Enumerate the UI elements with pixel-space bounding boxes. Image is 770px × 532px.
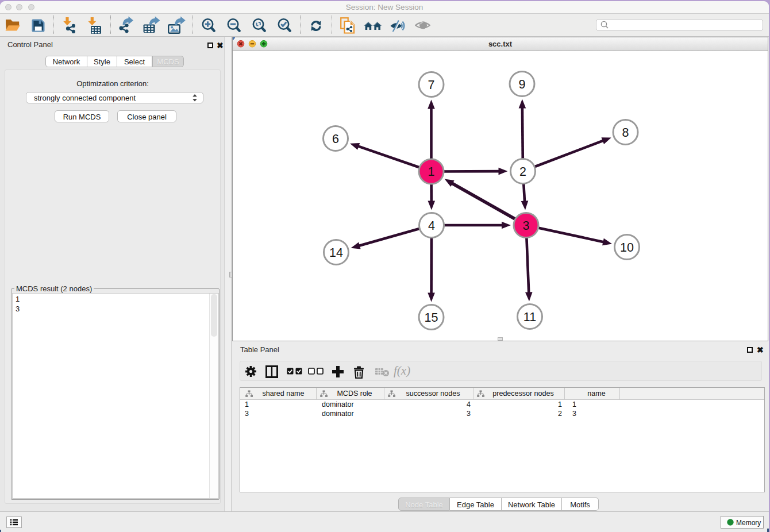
svg-text:15: 15 [425,311,438,325]
svg-text:7: 7 [428,78,435,92]
svg-text:6: 6 [332,132,339,146]
svg-text:4: 4 [428,219,435,233]
svg-text:10: 10 [620,241,634,255]
svg-text:3: 3 [523,219,530,233]
svg-text:11: 11 [523,310,536,324]
svg-text:2: 2 [519,165,526,179]
svg-text:14: 14 [329,246,343,260]
svg-text:9: 9 [519,78,526,91]
svg-text:8: 8 [622,126,629,140]
svg-text:1: 1 [428,165,435,179]
